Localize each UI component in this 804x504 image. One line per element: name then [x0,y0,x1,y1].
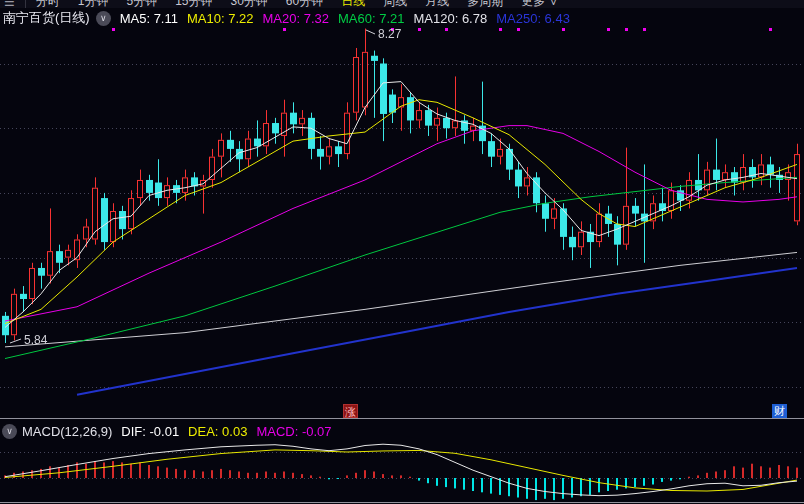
chevron-down-icon[interactable]: ∨ [2,424,17,439]
period-menu-items: ☰ 分时1分钟5分钟15分钟30分钟60分钟日线周线月线多周期更多 ∨ [0,0,577,8]
period-menu-bar: ☰ 分时1分钟5分钟15分钟30分钟60分钟日线周线月线多周期更多 ∨ [0,0,804,8]
panel-divider [0,418,804,419]
symbol-title: 南宁百货(日线) [3,9,90,27]
menu-item-7[interactable]: 周线 [383,0,407,8]
ma-value-label-1: MA10: 7.22 [187,11,254,26]
ma-value-label-4: MA120: 6.78 [413,11,487,26]
macd-value-label-1: DEA: 0.03 [188,424,247,439]
menu-item-10[interactable]: 更多 ∨ [521,0,558,8]
finance-badge[interactable]: 财 [772,404,787,418]
bottom-border [0,502,804,503]
ma-value-label-0: MA5: 7.11 [120,11,178,26]
chevron-down-icon[interactable]: ∨ [96,11,111,26]
ma-value-label-5: MA250: 6.43 [496,11,570,26]
zhang-limit-badge[interactable]: 涨 [343,404,358,418]
menu-item-2[interactable]: 5分钟 [126,0,157,8]
menu-item-5[interactable]: 60分钟 [286,0,323,8]
chart-title-row: 南宁百货(日线) ∨ MA5: 7.11MA10: 7.22MA20: 7.32… [3,9,570,27]
high-price-annotation: 8.27 [378,27,401,41]
ma-value-label-2: MA20: 7.32 [262,11,329,26]
hamburger-icon[interactable]: ☰ [4,0,15,8]
macd-header-row: ∨ MACD(12,26,9) DIF: -0.01DEA: 0.03MACD:… [2,423,332,440]
menu-item-0[interactable]: 分时 [36,0,60,8]
menu-item-6[interactable]: 日线 [341,0,365,8]
macd-value-label-2: MACD: -0.07 [256,424,331,439]
menu-divider [25,0,26,8]
menu-item-3[interactable]: 15分钟 [175,0,212,8]
menu-item-1[interactable]: 1分钟 [78,0,109,8]
ma-value-label-3: MA60: 7.21 [338,11,405,26]
menu-item-9[interactable]: 多周期 [467,0,503,8]
low-price-annotation: 5.84 [24,333,47,347]
macd-value-label-0: DIF: -0.01 [121,424,179,439]
menu-item-4[interactable]: 30分钟 [231,0,268,8]
menu-item-8[interactable]: 月线 [425,0,449,8]
macd-indicator-name[interactable]: MACD(12,26,9) [22,424,112,439]
